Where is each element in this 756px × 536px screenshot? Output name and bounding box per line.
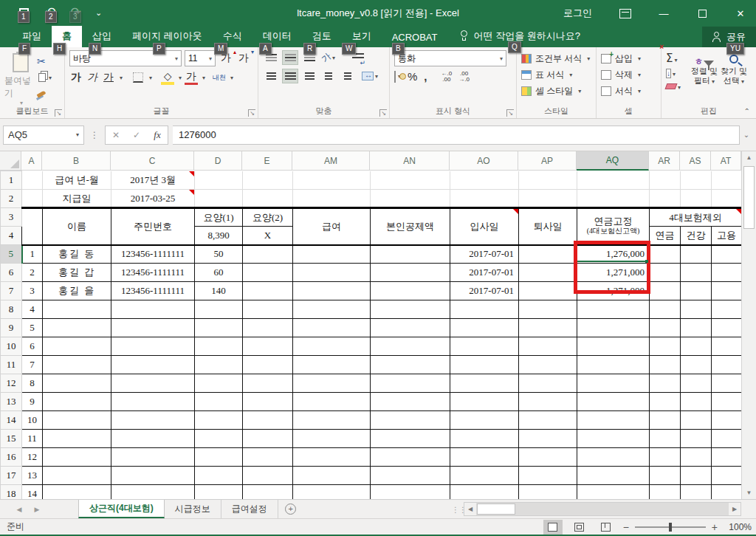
grid-cell[interactable] <box>519 300 577 319</box>
phonetic-button[interactable]: 내천 <box>213 70 226 85</box>
paste-button[interactable]: 붙여넣기 ▾ <box>4 50 37 106</box>
grid-cell[interactable] <box>243 374 293 393</box>
grid-cell[interactable] <box>681 430 712 448</box>
alignment-dialog-launcher-icon[interactable]: ↘ <box>379 109 387 117</box>
grid-cell[interactable] <box>681 485 712 500</box>
confirm-entry-button[interactable]: ✓ <box>126 130 147 140</box>
header-care1-value[interactable]: 8,390 <box>195 227 243 245</box>
cell-B7[interactable]: 홍길 을 <box>43 282 111 300</box>
scroll-up-icon[interactable]: ▲ <box>742 151 756 164</box>
grid-cell[interactable]: 13 <box>22 467 43 485</box>
grid-cell[interactable] <box>650 319 681 337</box>
insert-cells-button[interactable]: 삽입▾ <box>601 52 658 66</box>
cell-A7[interactable]: 3 <box>22 282 43 300</box>
grid-cell[interactable] <box>577 190 650 208</box>
grid-cell[interactable] <box>681 374 712 393</box>
grid-cell[interactable] <box>650 300 681 319</box>
align-middle-button[interactable] <box>282 50 298 65</box>
header-insurance-exclusion[interactable]: 4대보험제외 <box>650 208 742 227</box>
cell-C5[interactable]: 123456-1111111 <box>111 245 195 264</box>
name-box[interactable]: AQ5▾ <box>3 126 84 145</box>
sheet-tab-main[interactable]: 상근직(4대보험) <box>78 500 165 518</box>
grid-cell[interactable] <box>195 393 243 411</box>
grid-cell[interactable] <box>293 430 371 448</box>
row-header-18[interactable]: 18 <box>1 485 22 500</box>
font-size-combo[interactable]: 11▾ <box>185 50 216 66</box>
borders-dropdown-icon[interactable]: ▾ <box>149 75 152 81</box>
grid-cell[interactable] <box>450 393 519 411</box>
cell-AO6[interactable]: 2017-07-01 <box>450 264 519 282</box>
grid-cell[interactable] <box>111 448 195 467</box>
row-header-14[interactable]: 14 <box>1 411 22 430</box>
borders-button[interactable] <box>131 70 145 85</box>
column-header-AT[interactable]: AT <box>711 151 741 171</box>
maximize-button[interactable] <box>693 4 712 23</box>
grid-cell[interactable] <box>712 190 742 208</box>
grid-cell[interactable] <box>712 448 742 467</box>
grid-cell[interactable] <box>450 485 519 500</box>
grid-cell[interactable]: 9 <box>22 393 43 411</box>
grid-cell[interactable] <box>650 485 681 500</box>
grid-cell[interactable] <box>681 300 712 319</box>
grid-cell[interactable] <box>22 208 43 245</box>
normal-view-button[interactable] <box>543 520 563 535</box>
italic-button[interactable]: 가 <box>86 70 99 85</box>
sheet-tab-salary-settings[interactable]: 급여설정 <box>221 500 278 518</box>
grid-cell[interactable] <box>450 430 519 448</box>
expand-formula-bar-icon[interactable]: ⌄ <box>740 131 753 139</box>
grid-cell[interactable] <box>371 264 450 282</box>
header-care1[interactable]: 요양(1) <box>195 208 243 227</box>
grid-cell[interactable] <box>650 411 681 430</box>
grid-cell[interactable] <box>371 319 450 337</box>
grid-cell[interactable] <box>43 411 111 430</box>
grid-cell[interactable] <box>681 411 712 430</box>
scroll-down-icon[interactable]: ▼ <box>742 487 756 499</box>
grid-cell[interactable] <box>577 448 650 467</box>
formula-input[interactable]: 1276000 <box>173 126 740 145</box>
new-sheet-button[interactable]: + <box>278 500 303 518</box>
grid-cell[interactable] <box>577 485 650 500</box>
cell-C6[interactable]: 123456-1111111 <box>111 264 195 282</box>
grid-cell[interactable] <box>650 430 681 448</box>
grid-cell[interactable] <box>293 171 371 190</box>
grid-cell[interactable] <box>293 448 371 467</box>
number-dialog-launcher-icon[interactable]: ↘ <box>506 109 514 117</box>
grid-cell[interactable] <box>650 356 681 374</box>
grid-cell[interactable] <box>577 430 650 448</box>
header-excl-pension[interactable]: 연금 <box>650 227 681 245</box>
grid-cell[interactable]: 6 <box>22 337 43 356</box>
column-header-AR[interactable]: AR <box>649 151 680 171</box>
login-button[interactable]: 로그인 <box>559 7 597 20</box>
merge-center-button[interactable]: ▾ <box>362 69 378 83</box>
header-leave-date[interactable]: 퇴사일 <box>519 208 577 245</box>
grid-cell[interactable] <box>43 485 111 500</box>
grid-cell[interactable] <box>519 485 577 500</box>
sheet-nav-right-icon[interactable]: ▶ <box>28 500 46 518</box>
grid-cell[interactable] <box>519 319 577 337</box>
cancel-entry-button[interactable]: ✕ <box>106 130 126 140</box>
grid-cell[interactable] <box>681 467 712 485</box>
grid-cell[interactable] <box>681 264 712 282</box>
row-header-5[interactable]: 5 <box>1 245 22 264</box>
grid-cell[interactable] <box>712 337 742 356</box>
header-name[interactable]: 이름 <box>43 208 111 245</box>
grid-cell[interactable] <box>577 356 650 374</box>
grid-cell[interactable] <box>111 356 195 374</box>
grid-cell[interactable] <box>681 337 712 356</box>
grid-cell[interactable] <box>519 337 577 356</box>
grid-cell[interactable] <box>293 374 371 393</box>
grid-cell[interactable] <box>43 374 111 393</box>
grid-cell[interactable] <box>450 171 519 190</box>
font-color-dropdown-icon[interactable]: ▾ <box>202 75 205 81</box>
grid-cell[interactable] <box>712 430 742 448</box>
grid-cell[interactable] <box>371 485 450 500</box>
scroll-right-icon[interactable]: ▶ <box>729 503 740 515</box>
column-header-C[interactable]: C <box>111 151 194 171</box>
grid-cell[interactable] <box>519 467 577 485</box>
grid-cell[interactable]: 4 <box>22 300 43 319</box>
grid-cell[interactable] <box>519 430 577 448</box>
grid-cell[interactable] <box>577 411 650 430</box>
select-all-corner[interactable] <box>0 151 21 171</box>
row-header-10[interactable]: 10 <box>1 337 22 356</box>
orientation-button[interactable]: 가▾ <box>320 50 337 65</box>
